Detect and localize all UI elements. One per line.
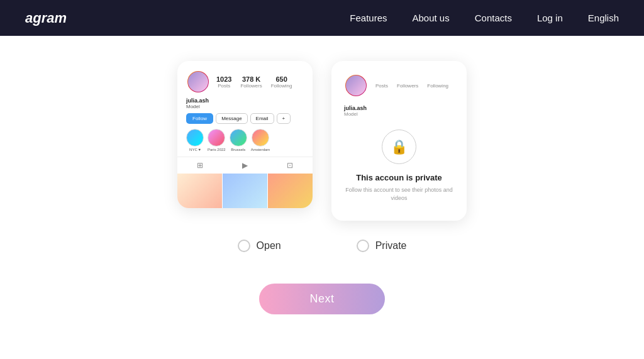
action-buttons: Follow Message Email + [186,113,304,124]
nav-contacts[interactable]: Contacts [475,13,512,23]
open-profile-card: 1023 Posts 378 K Followers 650 Following [177,61,313,208]
nav-login[interactable]: Log in [537,13,563,23]
stats-row: 1023 Posts 378 K Followers 650 Following [216,75,292,89]
private-label: Private [375,240,407,251]
message-button[interactable]: Message [216,113,247,124]
open-option[interactable]: Open [238,240,281,252]
more-button[interactable]: + [277,113,291,124]
private-username: julia.ash [344,105,454,111]
profile-header: 1023 Posts 378 K Followers 650 Following [186,70,304,94]
tab-icons: ⊞ ▶ ⊡ [177,157,313,174]
photo-2 [223,174,267,208]
stories-row: NYC ♥ Paris 2022 Brussels Amsterdam [186,129,304,152]
profile-bio: Model [186,104,304,109]
private-card-header: Posts Followers Following [344,74,454,97]
story-1[interactable]: NYC ♥ [186,129,204,152]
photo-grid [177,174,313,208]
logo: agram [25,10,67,26]
email-button[interactable]: Email [250,113,274,124]
nav-links: Features About us Contacts Log in Englis… [350,13,619,23]
avatar [186,70,210,94]
private-radio[interactable] [357,240,369,252]
following-stat: 650 Following [271,75,292,89]
open-radio[interactable] [238,240,250,252]
grid-icon[interactable]: ⊞ [197,161,203,170]
private-title: This accoun is private [356,173,442,182]
profile-username: julia.ash [186,97,304,104]
photo-3 [268,174,313,208]
private-bio: Model [344,111,454,117]
private-avatar [344,74,368,97]
private-stats-row: Posts Followers Following [375,83,448,89]
video-icon[interactable]: ▶ [242,161,248,170]
navbar: agram Features About us Contacts Log in … [0,0,644,36]
follow-button[interactable]: Follow [186,113,213,124]
options-row: Open Private [238,240,407,252]
story-2[interactable]: Paris 2022 [208,129,226,152]
nav-about[interactable]: About us [413,13,450,23]
tag-icon[interactable]: ⊡ [287,161,293,170]
story-3[interactable]: Brussels [230,129,247,152]
open-label: Open [257,240,281,251]
lock-icon: 🔒 [391,139,408,155]
story-4[interactable]: Amsterdam [251,129,270,152]
main-content: 1023 Posts 378 K Followers 650 Following [0,36,644,352]
private-profile-card: Posts Followers Following julia.ash Mode… [331,61,467,221]
private-option[interactable]: Private [357,240,407,252]
lock-icon-circle: 🔒 [382,130,416,164]
private-subtitle: Follow this account to see their photos … [344,186,454,202]
nav-features[interactable]: Features [350,13,387,23]
next-button[interactable]: Next [259,284,384,314]
photo-1 [177,174,222,208]
cards-row: 1023 Posts 378 K Followers 650 Following [177,61,467,221]
followers-stat: 378 K Followers [240,75,262,89]
language-selector[interactable]: English [588,13,619,23]
posts-stat: 1023 Posts [216,75,231,89]
